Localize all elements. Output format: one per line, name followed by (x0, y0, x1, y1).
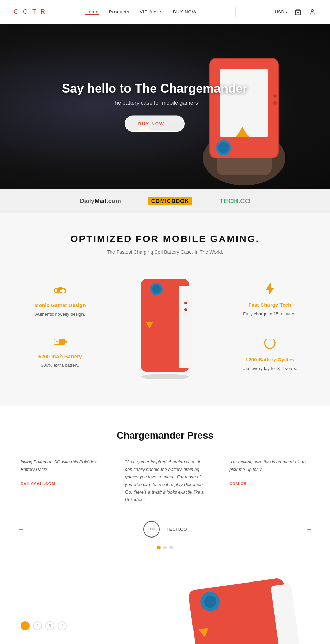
page-dot-4[interactable]: 4 (58, 621, 67, 630)
svg-point-8 (218, 142, 229, 153)
svg-point-15 (62, 289, 64, 291)
header-right: USD (275, 8, 316, 16)
header: G·G·T·R Home Products VIP Alerts BUY NOW… (0, 0, 330, 24)
currency-chevron (286, 9, 287, 14)
feature-fast-charge-desc: Fully charge in 15 minutes. (227, 311, 313, 316)
carousel-dot-2[interactable] (163, 546, 167, 549)
feature-battery: + 5200 mAh Battery 300% extra battery. (17, 337, 103, 368)
battery-icon: + (17, 337, 103, 349)
feature-gamer-design-title: Iconic Gamer Design (17, 302, 103, 308)
currency-label: USD (275, 9, 284, 14)
comicbook-logo: COMICBOOK (148, 197, 192, 205)
feature-fast-charge-title: Fast Charge Tech (227, 302, 313, 308)
svg-point-16 (64, 290, 66, 292)
svg-point-11 (273, 101, 277, 105)
svg-rect-25 (179, 286, 192, 368)
page-indicators: 1 2 3 4 (21, 621, 67, 630)
comicbook-quote: "I'm making sure this is on me at all go… (229, 458, 309, 473)
features-title: OPTIMIZED FOR MOBILE GAMING. (14, 234, 316, 245)
hero-section: Say hello to The Chargemander The batter… (0, 24, 330, 189)
svg-rect-21 (65, 340, 67, 343)
page-dot-2[interactable]: 2 (33, 621, 42, 630)
svg-marker-34 (273, 341, 276, 343)
carousel-center: CHG TECH.CO (143, 521, 187, 538)
nav-vip-alerts[interactable]: VIP Alerts (140, 9, 163, 14)
svg-rect-14 (55, 290, 57, 291)
nav-buy-now[interactable]: BUY NOW (173, 9, 197, 15)
press-item-dailymail: laying Pokémon GO with this Pokédex Batt… (14, 458, 108, 486)
carousel-dot-1[interactable] (157, 546, 161, 549)
carousel-dot-3[interactable] (169, 546, 173, 549)
svg-rect-19 (59, 287, 62, 289)
gamepad-icon (17, 286, 103, 297)
nav-home[interactable]: Home (85, 9, 99, 15)
feature-fast-charge: Fast Charge Tech Fully charge in 15 minu… (227, 283, 313, 316)
svg-point-1 (311, 9, 314, 12)
techco-quote: "As a gamer inspired charging case, it c… (125, 458, 205, 504)
bottom-chargemander-svg (162, 577, 327, 644)
press-carousel-slide: laying Pokémon GO with this Pokédex Batt… (14, 458, 316, 511)
dailymail-source: DAILYMAIL.COM (21, 482, 55, 486)
feature-battery-title: 5200 mAh Battery (17, 353, 103, 359)
svg-point-17 (60, 290, 62, 292)
source-name: TECH.CO (167, 527, 187, 532)
svg-point-30 (184, 308, 187, 311)
press-carousel-wrapper: laying Pokémon GO with this Pokédex Batt… (14, 458, 316, 538)
product-center-image (117, 275, 213, 379)
logo[interactable]: G·G·T·R (14, 8, 46, 15)
dailymail-quote: laying Pokémon GO with this Pokédex Batt… (21, 458, 101, 473)
feature-cycles-desc: Use everyday for 3-4 years. (227, 366, 313, 371)
cycle-icon (227, 337, 313, 352)
feature-battery-desc: 300% extra battery. (17, 363, 103, 368)
carousel-dots (14, 546, 316, 549)
comicbook-source: COMICB... (229, 482, 251, 486)
carousel-prev-button[interactable]: ← (14, 522, 28, 536)
nav-products[interactable]: Products (109, 9, 129, 14)
product-device-svg (131, 275, 199, 379)
svg-marker-32 (266, 283, 274, 295)
page-dot-3[interactable]: 3 (45, 621, 54, 630)
svg-point-31 (141, 374, 189, 379)
hero-content: Say hello to The Chargemander The batter… (62, 81, 248, 132)
source-badge: CHG (143, 521, 160, 538)
carousel-nav: ← CHG TECH.CO → (14, 521, 316, 538)
main-nav: Home Products VIP Alerts BUY NOW (85, 9, 197, 15)
svg-point-29 (184, 302, 187, 304)
press-bar: DailyMail.com COMICBOOK TECH.CO (0, 189, 330, 213)
techco-logo: TECH.CO (219, 197, 250, 205)
header-divider (235, 7, 236, 17)
svg-point-18 (62, 291, 64, 293)
cart-icon[interactable] (294, 8, 302, 16)
feature-cycles: 1200 Battery Cycles Use everyday for 3-4… (227, 337, 313, 371)
feature-gamer-design: Iconic Gamer Design Authentic novelty de… (17, 286, 103, 317)
press-section: Chargemander Press laying Pokémon GO wit… (0, 406, 330, 566)
page-dot-1[interactable]: 1 (21, 621, 30, 630)
hero-subtitle: The battery case for mobile gamers (62, 100, 248, 106)
bolt-icon (227, 283, 313, 297)
svg-point-27 (152, 285, 161, 293)
svg-text:+: + (56, 340, 58, 343)
carousel-next-button[interactable]: → (302, 522, 316, 536)
press-item-comicbook: "I'm making sure this is on me at all go… (222, 458, 316, 486)
feature-gamer-design-desc: Authentic novelty design. (17, 312, 103, 317)
currency-selector[interactable]: USD (275, 9, 287, 14)
bottom-product-image (158, 577, 330, 644)
press-section-title: Chargemander Press (14, 430, 316, 441)
features-right: Fast Charge Tech Fully charge in 15 minu… (227, 283, 313, 371)
user-icon[interactable] (309, 8, 316, 16)
features-subtitle: The Fastest Charging Cell Battery Case. … (14, 249, 316, 255)
svg-point-10 (273, 94, 277, 98)
hero-buy-now-button[interactable]: BUY NOW → (125, 116, 184, 132)
features-section: OPTIMIZED FOR MOBILE GAMING. The Fastest… (0, 213, 330, 406)
features-grid: Iconic Gamer Design Authentic novelty de… (17, 275, 313, 379)
product-box (124, 275, 206, 379)
bottom-product-section (0, 566, 330, 644)
feature-cycles-title: 1200 Battery Cycles (227, 357, 313, 362)
features-left: Iconic Gamer Design Authentic novelty de… (17, 286, 103, 368)
dailymail-logo: DailyMail.com (80, 197, 121, 205)
press-item-techco: "As a gamer inspired charging case, it c… (118, 458, 212, 511)
hero-title: Say hello to The Chargemander (62, 81, 248, 96)
